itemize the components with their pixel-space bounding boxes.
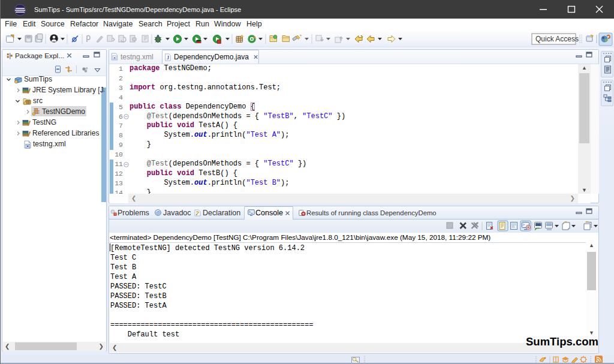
svg-text:J: J: [167, 55, 169, 61]
svg-text:Quick Access: Quick Access: [535, 35, 579, 43]
svg-text:@: @: [156, 210, 161, 215]
